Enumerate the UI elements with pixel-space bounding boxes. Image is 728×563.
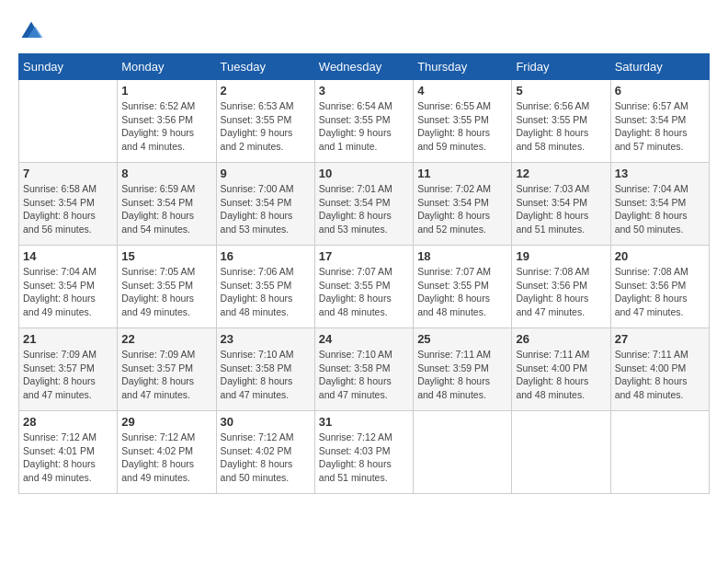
calendar-cell: 29Sunrise: 7:12 AM Sunset: 4:02 PM Dayli… [118,411,216,494]
day-number: 14 [23,249,113,263]
day-info: Sunrise: 7:07 AM Sunset: 3:55 PM Dayligh… [319,265,409,319]
day-number: 16 [221,249,311,263]
page-header [18,18,710,44]
day-info: Sunrise: 7:00 AM Sunset: 3:54 PM Dayligh… [221,182,311,236]
day-info: Sunrise: 7:07 AM Sunset: 3:55 PM Dayligh… [417,265,507,319]
day-info: Sunrise: 6:56 AM Sunset: 3:55 PM Dayligh… [516,99,606,154]
day-number: 12 [516,167,606,180]
day-number: 3 [319,84,409,98]
day-info: Sunrise: 7:10 AM Sunset: 3:58 PM Dayligh… [319,348,409,402]
day-info: Sunrise: 7:09 AM Sunset: 3:57 PM Dayligh… [121,348,211,402]
calendar-cell: 19Sunrise: 7:08 AM Sunset: 3:56 PM Dayli… [512,246,610,328]
calendar-cell [610,411,709,494]
calendar-table: SundayMondayTuesdayWednesdayThursdayFrid… [18,53,710,494]
day-info: Sunrise: 7:11 AM Sunset: 4:00 PM Dayligh… [615,348,705,402]
day-info: Sunrise: 6:59 AM Sunset: 3:54 PM Dayligh… [121,182,211,236]
day-number: 24 [319,332,409,346]
logo [18,18,48,44]
calendar-cell: 4Sunrise: 6:55 AM Sunset: 3:55 PM Daylig… [414,80,512,163]
day-info: Sunrise: 7:04 AM Sunset: 3:54 PM Dayligh… [23,265,113,319]
day-info: Sunrise: 7:02 AM Sunset: 3:54 PM Dayligh… [417,182,507,236]
day-number: 7 [23,167,113,180]
calendar-cell: 2Sunrise: 6:53 AM Sunset: 3:55 PM Daylig… [216,80,314,163]
day-info: Sunrise: 7:10 AM Sunset: 3:58 PM Dayligh… [221,348,311,402]
calendar-cell: 13Sunrise: 7:04 AM Sunset: 3:54 PM Dayli… [610,163,709,246]
calendar-cell: 12Sunrise: 7:03 AM Sunset: 3:54 PM Dayli… [512,163,610,246]
day-info: Sunrise: 6:53 AM Sunset: 3:55 PM Dayligh… [221,99,311,154]
day-info: Sunrise: 7:05 AM Sunset: 3:55 PM Dayligh… [121,265,211,319]
calendar-week-row: 14Sunrise: 7:04 AM Sunset: 3:54 PM Dayli… [19,246,710,328]
day-info: Sunrise: 7:01 AM Sunset: 3:54 PM Dayligh… [319,182,409,236]
day-info: Sunrise: 6:52 AM Sunset: 3:56 PM Dayligh… [121,99,211,154]
weekday-header-sunday: Sunday [19,54,118,80]
day-number: 18 [417,249,507,263]
calendar-cell: 10Sunrise: 7:01 AM Sunset: 3:54 PM Dayli… [314,163,413,246]
calendar-cell: 22Sunrise: 7:09 AM Sunset: 3:57 PM Dayli… [118,328,216,411]
day-info: Sunrise: 7:08 AM Sunset: 3:56 PM Dayligh… [516,265,606,319]
calendar-week-row: 21Sunrise: 7:09 AM Sunset: 3:57 PM Dayli… [19,328,710,411]
calendar-week-row: 28Sunrise: 7:12 AM Sunset: 4:01 PM Dayli… [19,411,710,494]
day-number: 30 [221,415,311,429]
calendar-cell: 27Sunrise: 7:11 AM Sunset: 4:00 PM Dayli… [610,328,709,411]
day-info: Sunrise: 7:04 AM Sunset: 3:54 PM Dayligh… [615,182,705,236]
day-number: 8 [121,167,211,180]
calendar-cell: 25Sunrise: 7:11 AM Sunset: 3:59 PM Dayli… [414,328,512,411]
weekday-header-monday: Monday [118,54,216,80]
day-number: 20 [615,249,705,263]
calendar-cell: 8Sunrise: 6:59 AM Sunset: 3:54 PM Daylig… [118,163,216,246]
day-info: Sunrise: 7:12 AM Sunset: 4:02 PM Dayligh… [221,431,311,485]
day-number: 11 [417,167,507,180]
day-number: 21 [23,332,113,346]
day-info: Sunrise: 7:03 AM Sunset: 3:54 PM Dayligh… [516,182,606,236]
day-number: 19 [516,249,606,263]
day-number: 2 [221,84,311,98]
calendar-cell: 3Sunrise: 6:54 AM Sunset: 3:55 PM Daylig… [314,80,413,163]
day-info: Sunrise: 6:58 AM Sunset: 3:54 PM Dayligh… [23,182,113,236]
day-number: 26 [516,332,606,346]
calendar-cell: 20Sunrise: 7:08 AM Sunset: 3:56 PM Dayli… [610,246,709,328]
day-number: 25 [417,332,507,346]
calendar-cell: 26Sunrise: 7:11 AM Sunset: 4:00 PM Dayli… [512,328,610,411]
calendar-cell: 18Sunrise: 7:07 AM Sunset: 3:55 PM Dayli… [414,246,512,328]
calendar-cell [414,411,512,494]
weekday-header-thursday: Thursday [414,54,512,80]
day-number: 28 [23,415,113,429]
calendar-cell: 31Sunrise: 7:12 AM Sunset: 4:03 PM Dayli… [314,411,413,494]
day-info: Sunrise: 7:12 AM Sunset: 4:01 PM Dayligh… [23,431,113,485]
calendar-week-row: 7Sunrise: 6:58 AM Sunset: 3:54 PM Daylig… [19,163,710,246]
calendar-cell: 16Sunrise: 7:06 AM Sunset: 3:55 PM Dayli… [216,246,314,328]
calendar-cell [19,80,118,163]
calendar-cell: 9Sunrise: 7:00 AM Sunset: 3:54 PM Daylig… [216,163,314,246]
day-number: 22 [121,332,211,346]
calendar-cell: 17Sunrise: 7:07 AM Sunset: 3:55 PM Dayli… [314,246,413,328]
weekday-header-tuesday: Tuesday [216,54,314,80]
day-info: Sunrise: 7:12 AM Sunset: 4:02 PM Dayligh… [121,431,211,485]
calendar-cell: 24Sunrise: 7:10 AM Sunset: 3:58 PM Dayli… [314,328,413,411]
day-number: 13 [615,167,705,180]
day-number: 1 [121,84,211,98]
day-info: Sunrise: 7:12 AM Sunset: 4:03 PM Dayligh… [319,431,409,485]
calendar-cell: 14Sunrise: 7:04 AM Sunset: 3:54 PM Dayli… [19,246,118,328]
day-info: Sunrise: 7:09 AM Sunset: 3:57 PM Dayligh… [23,348,113,402]
weekday-header-row: SundayMondayTuesdayWednesdayThursdayFrid… [19,54,710,80]
calendar-cell [512,411,610,494]
day-number: 6 [615,84,705,98]
calendar-cell: 23Sunrise: 7:10 AM Sunset: 3:58 PM Dayli… [216,328,314,411]
day-number: 31 [319,415,409,429]
calendar-cell: 7Sunrise: 6:58 AM Sunset: 3:54 PM Daylig… [19,163,118,246]
day-number: 5 [516,84,606,98]
calendar-cell: 30Sunrise: 7:12 AM Sunset: 4:02 PM Dayli… [216,411,314,494]
weekday-header-saturday: Saturday [610,54,709,80]
calendar-cell: 5Sunrise: 6:56 AM Sunset: 3:55 PM Daylig… [512,80,610,163]
day-number: 29 [121,415,211,429]
day-info: Sunrise: 7:11 AM Sunset: 3:59 PM Dayligh… [417,348,507,402]
logo-icon [18,18,44,44]
day-number: 15 [121,249,211,263]
calendar-cell: 6Sunrise: 6:57 AM Sunset: 3:54 PM Daylig… [610,80,709,163]
day-info: Sunrise: 6:54 AM Sunset: 3:55 PM Dayligh… [319,99,409,154]
day-number: 27 [615,332,705,346]
weekday-header-wednesday: Wednesday [314,54,413,80]
day-info: Sunrise: 6:55 AM Sunset: 3:55 PM Dayligh… [417,99,507,154]
day-number: 9 [221,167,311,180]
day-number: 4 [417,84,507,98]
